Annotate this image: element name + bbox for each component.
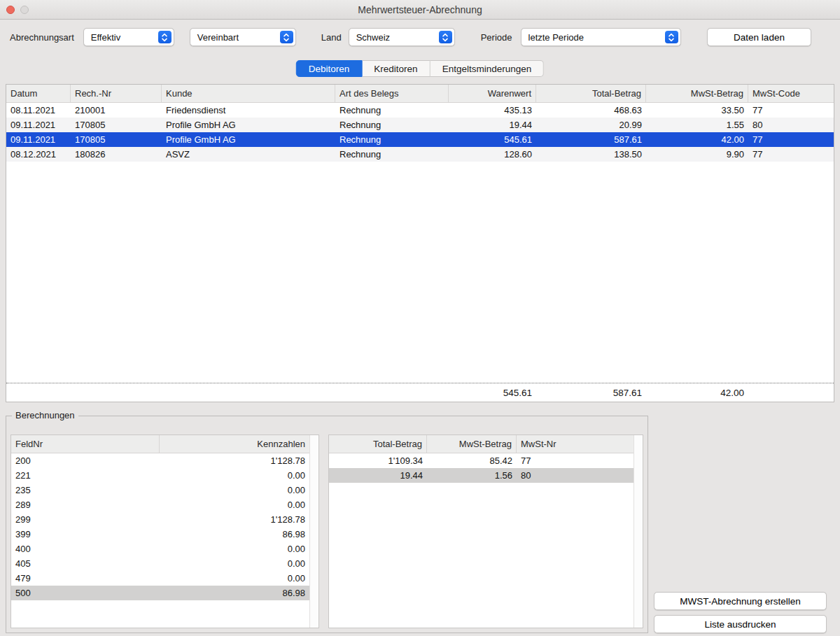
abrechnungsart-select[interactable]: Effektiv bbox=[83, 28, 174, 46]
table-cell: Rechnung bbox=[335, 149, 449, 160]
total-warenwert: 545.61 bbox=[449, 388, 536, 398]
table-cell: 0.00 bbox=[160, 544, 309, 554]
table-row[interactable]: 2210.00 bbox=[11, 468, 309, 483]
table-cell: 1'109.34 bbox=[329, 455, 427, 466]
table-row[interactable]: 1'109.3485.4277 bbox=[329, 453, 634, 468]
table-cell: 08.11.2021 bbox=[6, 105, 71, 115]
vereinbart-select[interactable]: Vereinbart bbox=[190, 28, 296, 46]
table-cell: Rechnung bbox=[335, 134, 449, 145]
chevron-up-down-icon bbox=[665, 31, 678, 43]
table-cell: 77 bbox=[748, 105, 834, 115]
table-row[interactable]: 39986.98 bbox=[11, 527, 309, 542]
table-cell: 85.42 bbox=[427, 455, 517, 466]
abrechnungsart-label: Abrechnungsart bbox=[10, 32, 74, 43]
totals-row: 545.61 587.61 42.00 bbox=[6, 383, 834, 402]
debitoren-table: DatumRech.-NrKundeArt des BelegsWarenwer… bbox=[6, 84, 834, 402]
table-cell: 138.50 bbox=[536, 149, 646, 160]
tab-entgeltsminderungen[interactable]: Entgeltsminderungen bbox=[430, 60, 545, 77]
header-row: Total-BetragMwSt-BetragMwSt-Nr bbox=[329, 435, 634, 453]
berechnungen-group: Berechnungen FeldNrKennzahlen2001'128.78… bbox=[6, 416, 648, 633]
table-cell: 77 bbox=[748, 134, 834, 145]
column-header[interactable]: Art des Belegs bbox=[335, 85, 449, 102]
table-cell: 289 bbox=[11, 500, 160, 510]
berechnungen-legend: Berechnungen bbox=[12, 410, 78, 421]
column-header[interactable]: Datum bbox=[6, 85, 71, 102]
table-row[interactable]: 4790.00 bbox=[11, 571, 309, 586]
chevron-up-down-icon bbox=[439, 31, 452, 43]
table-row[interactable]: 2890.00 bbox=[11, 497, 309, 512]
table-cell: 0.00 bbox=[160, 500, 309, 510]
table-empty-area bbox=[11, 600, 309, 628]
table-row[interactable]: 09.11.2021170805Profile GmbH AGRechnung1… bbox=[6, 118, 834, 132]
table-cell: 86.98 bbox=[160, 529, 309, 539]
column-header[interactable]: MwSt-Nr bbox=[517, 435, 634, 453]
column-header[interactable]: MwSt-Betrag bbox=[646, 85, 748, 102]
column-header[interactable]: Total-Betrag bbox=[536, 85, 646, 102]
table-cell: 1'128.78 bbox=[160, 455, 309, 466]
table-cell: Profile GmbH AG bbox=[162, 134, 335, 145]
table-cell: 405 bbox=[11, 558, 160, 569]
table-cell: 1'128.78 bbox=[160, 514, 309, 525]
table-row[interactable]: 19.441.5680 bbox=[329, 468, 634, 483]
table-cell: 09.11.2021 bbox=[6, 120, 71, 130]
table-cell: 09.11.2021 bbox=[6, 134, 71, 145]
table-cell: 19.44 bbox=[329, 470, 427, 481]
table-empty-area bbox=[329, 483, 634, 628]
tab-bar: Debitoren Kreditoren Entgeltsminderungen bbox=[296, 60, 544, 77]
land-value: Schweiz bbox=[356, 32, 390, 43]
column-header[interactable]: MwSt-Betrag bbox=[427, 435, 517, 453]
column-header[interactable]: Rech.-Nr bbox=[71, 85, 162, 102]
table-row[interactable]: 08.11.2021210001FriedensdienstRechnung43… bbox=[6, 103, 834, 118]
table-cell: 42.00 bbox=[646, 134, 748, 145]
table-row[interactable]: 08.12.2021180826ASVZRechnung128.60138.50… bbox=[6, 147, 834, 162]
chevron-up-down-icon bbox=[280, 31, 293, 43]
table-row[interactable]: 2001'128.78 bbox=[11, 453, 309, 468]
tab-kreditoren[interactable]: Kreditoren bbox=[362, 60, 430, 77]
load-data-button[interactable]: Daten laden bbox=[707, 28, 811, 46]
table-cell: 299 bbox=[11, 514, 160, 525]
table-cell: 435.13 bbox=[449, 105, 536, 115]
table-row[interactable]: 2991'128.78 bbox=[11, 512, 309, 527]
table-row[interactable]: 09.11.2021170805Profile GmbH AGRechnung5… bbox=[6, 132, 834, 147]
table-cell: 0.00 bbox=[160, 573, 309, 584]
table-row[interactable]: 4000.00 bbox=[11, 542, 309, 556]
scrollbar-track[interactable] bbox=[634, 435, 643, 628]
periode-select[interactable]: letzte Periode bbox=[521, 28, 681, 46]
column-header[interactable]: Kunde bbox=[162, 85, 335, 102]
column-header[interactable]: MwSt-Code bbox=[748, 85, 834, 102]
print-list-button[interactable]: Liste ausdrucken bbox=[654, 615, 827, 633]
table-cell: Rechnung bbox=[335, 105, 449, 115]
periode-label: Periode bbox=[481, 32, 512, 43]
window-title: Mehrwertsteuer-Abrechnung bbox=[0, 0, 840, 20]
table-cell: 400 bbox=[11, 544, 160, 554]
table-cell: 80 bbox=[748, 120, 834, 130]
table-cell: 0.00 bbox=[160, 470, 309, 481]
table-cell: 479 bbox=[11, 573, 160, 584]
table-cell: 545.61 bbox=[449, 134, 536, 145]
table-cell: 08.12.2021 bbox=[6, 149, 71, 160]
table-cell: 170805 bbox=[71, 134, 162, 145]
column-header[interactable]: Kennzahlen bbox=[160, 435, 309, 453]
table-cell: 0.00 bbox=[160, 485, 309, 495]
table-cell: 20.99 bbox=[536, 120, 646, 130]
table-cell: 0.00 bbox=[160, 558, 309, 569]
table-row[interactable]: 4050.00 bbox=[11, 556, 309, 571]
column-header[interactable]: FeldNr bbox=[11, 435, 160, 453]
header-row: DatumRech.-NrKundeArt des BelegsWarenwer… bbox=[6, 85, 834, 103]
table-cell: Rechnung bbox=[335, 120, 449, 130]
table-row[interactable]: 2350.00 bbox=[11, 483, 309, 497]
titlebar: Mehrwertsteuer-Abrechnung bbox=[0, 0, 840, 20]
table-cell: 77 bbox=[748, 149, 834, 160]
table-cell: 33.50 bbox=[646, 105, 748, 115]
create-mwst-abrechnung-button[interactable]: MWST-Abrechnung erstellen bbox=[654, 592, 827, 610]
tab-debitoren[interactable]: Debitoren bbox=[296, 60, 363, 77]
land-select[interactable]: Schweiz bbox=[349, 28, 455, 46]
table-cell: Profile GmbH AG bbox=[162, 120, 335, 130]
column-header[interactable]: Warenwert bbox=[449, 85, 536, 102]
table-cell: 200 bbox=[11, 455, 160, 466]
table-cell: 9.90 bbox=[646, 149, 748, 160]
column-header[interactable]: Total-Betrag bbox=[329, 435, 427, 453]
table-cell: 587.61 bbox=[536, 134, 646, 145]
table-row[interactable]: 50086.98 bbox=[11, 586, 309, 600]
scrollbar-track[interactable] bbox=[309, 435, 318, 628]
